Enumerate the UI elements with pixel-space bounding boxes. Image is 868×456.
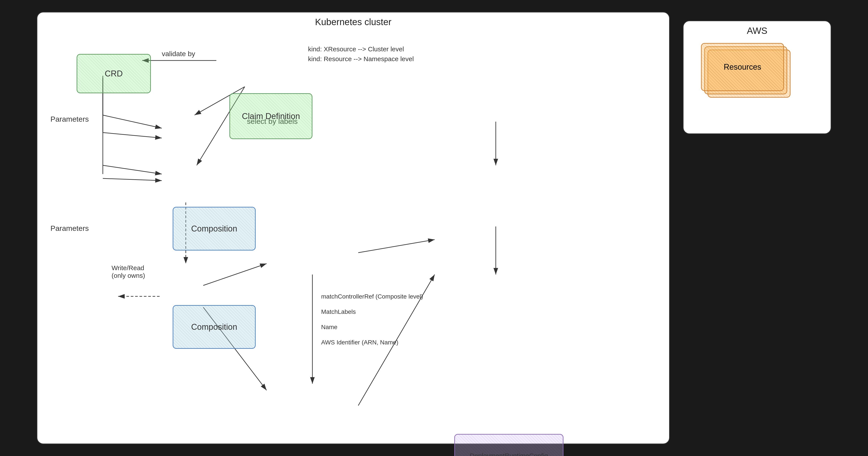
- svg-line-22: [358, 240, 435, 253]
- composition1-label: Composition: [191, 224, 237, 234]
- composition2-label: Composition: [191, 322, 237, 332]
- svg-text:Write/Read: Write/Read: [112, 264, 144, 271]
- svg-text:AWS Identifier (ARN, Name): AWS Identifier (ARN, Name): [321, 339, 398, 346]
- k8s-label: Kubernetes cluster: [315, 17, 392, 27]
- deployment-runtime-box: DeploymentRuntimeConfig: [454, 434, 563, 456]
- svg-text:Name: Name: [321, 324, 338, 330]
- svg-line-7: [103, 115, 162, 128]
- composition1-box: Composition: [173, 207, 256, 250]
- k8s-cluster-box: Kubernetes cluster validate by: [37, 12, 670, 444]
- svg-text:(only owns): (only owns): [112, 272, 145, 279]
- aws-label: AWS: [747, 26, 767, 36]
- svg-text:MatchLabels: MatchLabels: [321, 308, 356, 315]
- kind-line2: kind: Resource --> Namespace level: [308, 54, 414, 64]
- composition2-box: Composition: [173, 305, 256, 349]
- deployment-runtime-label: DeploymentRuntimeConfig: [470, 452, 548, 456]
- svg-text:Parameters: Parameters: [51, 115, 89, 123]
- svg-line-30: [358, 275, 435, 405]
- crd-label: CRD: [105, 69, 123, 79]
- svg-line-13: [103, 178, 162, 181]
- svg-text:validate by: validate by: [162, 50, 195, 58]
- resources-label: Resources: [724, 62, 761, 72]
- claim-definition-box: Claim Definition: [229, 93, 312, 139]
- diagram-wrapper: Kubernetes cluster validate by: [37, 12, 831, 444]
- kind-annotation: kind: XResource --> Cluster level kind: …: [308, 44, 414, 64]
- svg-text:Parameters: Parameters: [51, 224, 89, 232]
- main-container: Kubernetes cluster validate by: [0, 0, 868, 456]
- claim-definition-label: Claim Definition: [242, 112, 300, 121]
- svg-line-12: [103, 165, 162, 174]
- aws-cluster-box: AWS Resources: [683, 21, 831, 134]
- svg-line-20: [203, 264, 267, 285]
- svg-line-9: [103, 132, 162, 138]
- svg-text:matchControllerRef (Composite : matchControllerRef (Composite level): [321, 293, 423, 300]
- kind-line1: kind: XResource --> Cluster level: [308, 44, 414, 54]
- crd-box: CRD: [76, 54, 151, 93]
